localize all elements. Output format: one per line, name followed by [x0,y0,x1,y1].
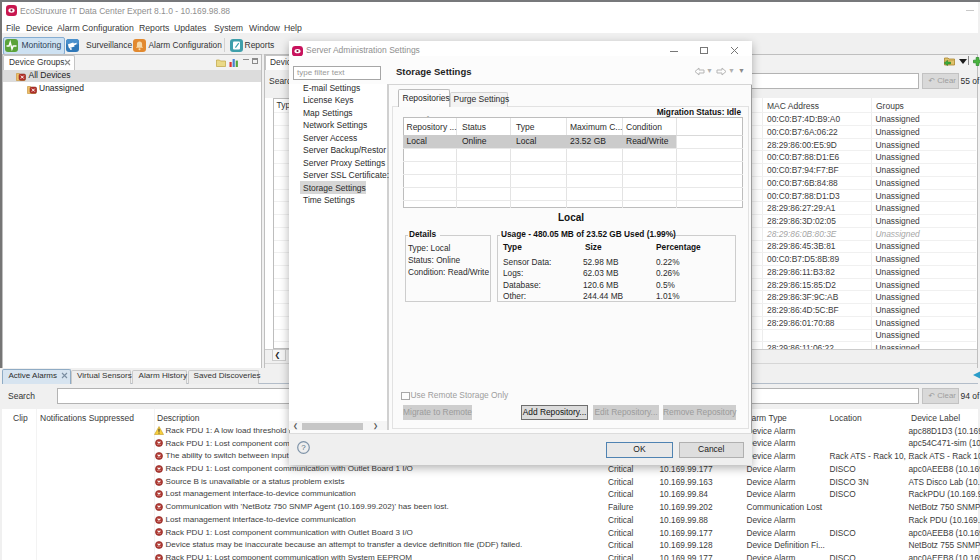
svg-text:?: ? [301,443,306,452]
